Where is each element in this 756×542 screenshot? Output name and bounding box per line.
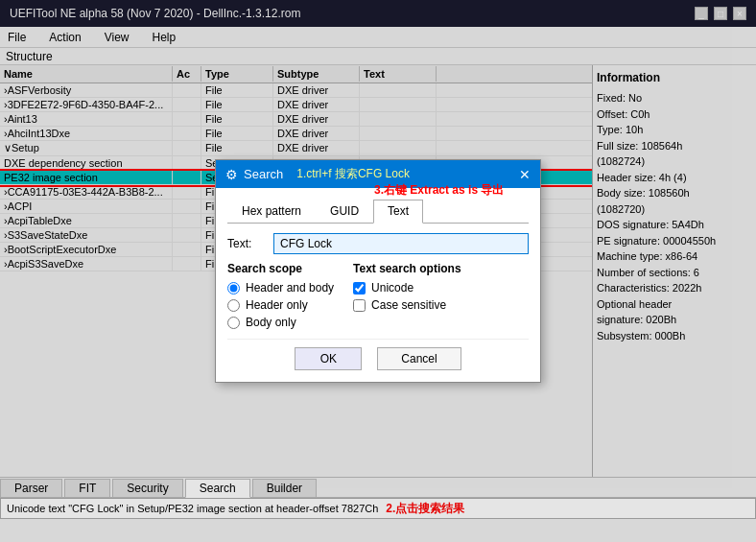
modal-tabs: Hex patternGUIDText [227,200,529,224]
modal-overlay: ⚙ Search 1.ctrl+f 搜索CFG Lock ✕ Hex patte… [0,0,756,542]
scope-header-only-label: Header only [246,298,308,312]
scope-body-only-radio[interactable] [227,317,240,329]
text-input-row: Text: [227,233,529,254]
modal-body: Hex patternGUIDText Text: Search scope H… [216,188,540,382]
case-sensitive-checkbox[interactable] [353,299,366,312]
modal-title-text-label: Search [244,167,283,181]
cancel-button[interactable]: Cancel [377,347,461,370]
scope-body-only-label: Body only [246,316,296,329]
ok-button[interactable]: OK [295,347,362,370]
case-sensitive-option[interactable]: Case sensitive [353,298,461,312]
text-field-label: Text: [227,237,266,250]
modal-search-annotation: 1.ctrl+f 搜索CFG Lock [296,166,410,182]
case-sensitive-label: Case sensitive [371,298,446,312]
scope-col: Search scope Header and body Header only… [227,262,334,329]
unicode-option[interactable]: Unicode [353,281,461,295]
unicode-label: Unicode [371,281,413,295]
unicode-checkbox[interactable] [353,282,366,295]
text-options-col: Text search options Unicode Case sensiti… [353,262,461,329]
extract-annotation: 3.右键 Extract as is 导出 [374,182,504,199]
scope-header-body[interactable]: Header and body [227,281,334,295]
text-options-label: Text search options [353,262,461,275]
search-text-input[interactable] [273,233,529,254]
modal-title: ⚙ Search 1.ctrl+f 搜索CFG Lock [225,166,410,182]
scope-options-area: Search scope Header and body Header only… [227,262,529,329]
scope-header-body-label: Header and body [246,281,334,295]
modal-tab-text[interactable]: Text [373,200,423,224]
scope-header-body-radio[interactable] [227,282,240,295]
scope-header-only[interactable]: Header only [227,298,334,312]
scope-header-only-radio[interactable] [227,299,240,312]
modal-close-button[interactable]: ✕ [519,167,531,182]
extract-annotation-text: 3.右键 Extract as is 导出 [374,183,504,197]
modal-footer: OK Cancel [227,339,529,370]
modal-tab-guid[interactable]: GUID [316,200,373,223]
gear-icon: ⚙ [225,167,238,182]
scope-col-label: Search scope [227,262,334,275]
modal-tab-hex-pattern[interactable]: Hex pattern [227,200,316,223]
scope-body-only[interactable]: Body only [227,316,334,329]
